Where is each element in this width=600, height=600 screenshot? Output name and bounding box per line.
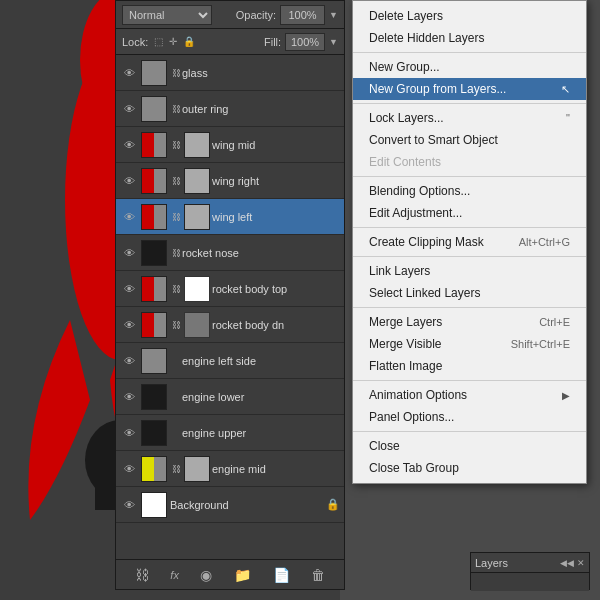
menu-item-merge-visible[interactable]: Merge Visible Shift+Ctrl+E bbox=[353, 333, 586, 355]
visibility-icon-glass[interactable]: 👁 bbox=[120, 64, 138, 82]
close-mini-panel-icon[interactable]: ✕ bbox=[577, 558, 585, 568]
menu-label-new-group-from-layers: New Group from Layers... bbox=[369, 82, 506, 96]
menu-item-delete-layers[interactable]: Delete Layers bbox=[353, 5, 586, 27]
layer-item-background[interactable]: 👁 Background 🔒 bbox=[116, 487, 344, 523]
menu-item-animation-options[interactable]: Animation Options ▶ bbox=[353, 384, 586, 406]
menu-item-create-clipping-mask[interactable]: Create Clipping Mask Alt+Ctrl+G bbox=[353, 231, 586, 253]
opacity-arrow[interactable]: ▼ bbox=[329, 10, 338, 20]
menu-label-merge-layers: Merge Layers bbox=[369, 315, 442, 329]
menu-label-merge-visible: Merge Visible bbox=[369, 337, 441, 351]
layer-item-rocket-body-top[interactable]: 👁 ⛓ rocket body top bbox=[116, 271, 344, 307]
layer-name-outer-ring: outer ring bbox=[182, 103, 340, 115]
new-layer-icon[interactable]: 📄 bbox=[273, 567, 290, 583]
layer-mask-wing-right bbox=[184, 168, 210, 194]
menu-item-flatten-image[interactable]: Flatten Image bbox=[353, 355, 586, 377]
new-group-icon[interactable]: 📁 bbox=[234, 567, 251, 583]
layer-thumb-rocket-nose bbox=[141, 240, 167, 266]
layer-item-engine-mid[interactable]: 👁 ⛓ engine mid bbox=[116, 451, 344, 487]
visibility-icon-wing-mid[interactable]: 👁 bbox=[120, 136, 138, 154]
lock-label: Lock: bbox=[122, 36, 148, 48]
layer-item-engine-left[interactable]: 👁 engine left side bbox=[116, 343, 344, 379]
menu-item-new-group[interactable]: New Group... bbox=[353, 56, 586, 78]
layer-thumb-outer-ring bbox=[141, 96, 167, 122]
menu-label-create-clipping-mask: Create Clipping Mask bbox=[369, 235, 484, 249]
visibility-icon-background[interactable]: 👁 bbox=[120, 496, 138, 514]
menu-shortcut-lock-layers: " bbox=[566, 112, 570, 124]
visibility-icon-engine-upper[interactable]: 👁 bbox=[120, 424, 138, 442]
menu-item-lock-layers[interactable]: Lock Layers... " bbox=[353, 107, 586, 129]
layer-mask-wing-mid bbox=[184, 132, 210, 158]
layer-item-engine-upper[interactable]: 👁 engine upper bbox=[116, 415, 344, 451]
visibility-icon-rocket-body-dn[interactable]: 👁 bbox=[120, 316, 138, 334]
menu-label-delete-layers: Delete Layers bbox=[369, 9, 443, 23]
layer-name-wing-left: wing left bbox=[212, 211, 340, 223]
opacity-input[interactable] bbox=[280, 5, 325, 25]
layer-item-outer-ring[interactable]: 👁 ⛓ outer ring bbox=[116, 91, 344, 127]
link-layers-icon[interactable]: ⛓ bbox=[135, 567, 149, 583]
menu-label-convert-smart-object: Convert to Smart Object bbox=[369, 133, 498, 147]
layers-panel: Normal Opacity: ▼ Lock: ⬚ ✛ 🔒 Fill: ▼ 👁 … bbox=[115, 0, 345, 590]
menu-item-edit-contents: Edit Contents bbox=[353, 151, 586, 173]
menu-item-blending-options[interactable]: Blending Options... bbox=[353, 180, 586, 202]
menu-item-new-group-from-layers[interactable]: New Group from Layers... ↖ bbox=[353, 78, 586, 100]
link-icon-glass: ⛓ bbox=[170, 68, 182, 78]
menu-item-convert-smart-object[interactable]: Convert to Smart Object bbox=[353, 129, 586, 151]
layer-item-wing-right[interactable]: 👁 ⛓ wing right bbox=[116, 163, 344, 199]
visibility-icon-rocket-nose[interactable]: 👁 bbox=[120, 244, 138, 262]
layer-thumb-engine-mid bbox=[141, 456, 167, 482]
fill-input[interactable] bbox=[285, 33, 325, 51]
lock-pixels-icon[interactable]: ⬚ bbox=[154, 36, 163, 47]
layer-name-engine-upper: engine upper bbox=[182, 427, 340, 439]
layer-thumb-background bbox=[141, 492, 167, 518]
visibility-icon-wing-right[interactable]: 👁 bbox=[120, 172, 138, 190]
visibility-icon-wing-left[interactable]: 👁 bbox=[120, 208, 138, 226]
layer-item-rocket-nose[interactable]: 👁 ⛓ rocket nose bbox=[116, 235, 344, 271]
fx-icon[interactable]: fx bbox=[170, 569, 179, 581]
menu-item-edit-adjustment[interactable]: Edit Adjustment... bbox=[353, 202, 586, 224]
menu-label-link-layers: Link Layers bbox=[369, 264, 430, 278]
separator-3 bbox=[353, 176, 586, 177]
visibility-icon-engine-mid[interactable]: 👁 bbox=[120, 460, 138, 478]
layer-name-engine-lower: engine lower bbox=[182, 391, 340, 403]
layer-item-engine-lower[interactable]: 👁 engine lower bbox=[116, 379, 344, 415]
menu-item-select-linked-layers[interactable]: Select Linked Layers bbox=[353, 282, 586, 304]
layer-item-rocket-body-dn[interactable]: 👁 ⛓ rocket body dn bbox=[116, 307, 344, 343]
layer-item-wing-mid[interactable]: 👁 ⛓ wing mid bbox=[116, 127, 344, 163]
layer-thumb-glass bbox=[141, 60, 167, 86]
separator-8 bbox=[353, 431, 586, 432]
layers-list: 👁 ⛓ glass 👁 ⛓ outer ring 👁 ⛓ wing mid 👁 … bbox=[116, 55, 344, 547]
layer-item-glass[interactable]: 👁 ⛓ glass bbox=[116, 55, 344, 91]
link-icon-rocket-body-top: ⛓ bbox=[170, 284, 182, 294]
link-icon-outer-ring: ⛓ bbox=[170, 104, 182, 114]
menu-item-panel-options[interactable]: Panel Options... bbox=[353, 406, 586, 428]
layer-name-rocket-body-dn: rocket body dn bbox=[212, 319, 340, 331]
lock-move-icon[interactable]: ✛ bbox=[169, 36, 177, 47]
fill-arrow[interactable]: ▼ bbox=[329, 37, 338, 47]
layer-item-wing-left[interactable]: 👁 ⛓ wing left bbox=[116, 199, 344, 235]
menu-item-delete-hidden-layers[interactable]: Delete Hidden Layers bbox=[353, 27, 586, 49]
collapse-icon[interactable]: ◀◀ bbox=[560, 558, 574, 568]
visibility-icon-engine-lower[interactable]: 👁 bbox=[120, 388, 138, 406]
delete-layer-icon[interactable]: 🗑 bbox=[311, 567, 325, 583]
visibility-icon-outer-ring[interactable]: 👁 bbox=[120, 100, 138, 118]
mask-icon[interactable]: ◉ bbox=[200, 567, 212, 583]
menu-item-close-tab-group[interactable]: Close Tab Group bbox=[353, 457, 586, 479]
menu-item-close[interactable]: Close bbox=[353, 435, 586, 457]
submenu-arrow-animation: ▶ bbox=[562, 390, 570, 401]
context-menu: Delete Layers Delete Hidden Layers New G… bbox=[352, 0, 587, 484]
visibility-icon-engine-left[interactable]: 👁 bbox=[120, 352, 138, 370]
blend-mode-select[interactable]: Normal bbox=[122, 5, 212, 25]
menu-item-link-layers[interactable]: Link Layers bbox=[353, 260, 586, 282]
layer-thumb-rocket-body-top bbox=[141, 276, 167, 302]
layer-name-rocket-nose: rocket nose bbox=[182, 247, 340, 259]
menu-label-animation-options: Animation Options bbox=[369, 388, 467, 402]
menu-item-merge-layers[interactable]: Merge Layers Ctrl+E bbox=[353, 311, 586, 333]
lock-all-icon[interactable]: 🔒 bbox=[183, 36, 195, 47]
layer-thumb-rocket-body-dn bbox=[141, 312, 167, 338]
visibility-icon-rocket-body-top[interactable]: 👁 bbox=[120, 280, 138, 298]
mini-panel-title: Layers bbox=[475, 557, 508, 569]
link-icon-rocket-nose: ⛓ bbox=[170, 248, 182, 258]
layer-thumb-engine-left bbox=[141, 348, 167, 374]
layer-mask-rocket-body-dn bbox=[184, 312, 210, 338]
layer-thumb-engine-lower bbox=[141, 384, 167, 410]
